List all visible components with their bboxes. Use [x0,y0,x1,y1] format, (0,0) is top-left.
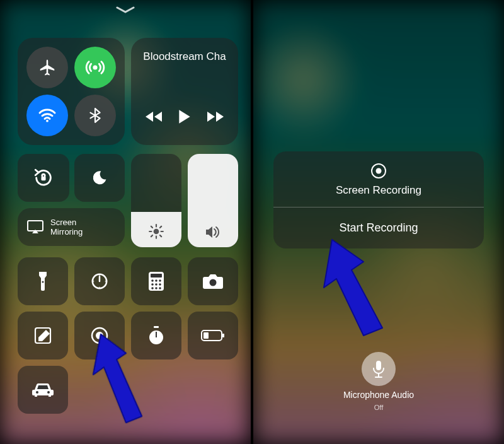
rotation-lock-toggle[interactable] [18,154,69,202]
wifi-icon [37,105,57,126]
svg-rect-21 [151,274,162,278]
low-power-toggle[interactable] [188,312,238,359]
cellular-icon [84,57,106,78]
svg-rect-35 [154,326,159,328]
svg-line-11 [151,235,152,237]
fast-forward-button[interactable] [206,110,224,123]
do-not-disturb-toggle[interactable] [74,154,125,202]
svg-point-25 [151,283,154,286]
svg-point-23 [155,279,158,282]
sun-icon [148,223,164,240]
timer-button[interactable] [74,257,125,305]
camera-icon [202,273,224,289]
calculator-button[interactable] [131,257,181,305]
svg-point-27 [159,283,161,286]
svg-rect-3 [28,221,43,231]
microphone-audio-toggle[interactable]: Microphone Audio Off [343,352,414,411]
svg-rect-2 [41,177,45,180]
driving-mode-button[interactable] [18,366,68,414]
airplane-mode-toggle[interactable] [26,47,68,88]
svg-point-4 [154,229,159,235]
speaker-icon [204,225,222,240]
record-icon [370,163,387,179]
rewind-icon [146,110,163,123]
calculator-icon [148,271,164,291]
screen-recording-sheet: Screen Recording Start Recording [273,151,484,248]
svg-point-34 [96,332,103,339]
connectivity-group[interactable] [18,38,125,145]
flashlight-button[interactable] [18,257,68,305]
svg-line-9 [151,226,152,228]
flashlight-icon [37,271,49,292]
moon-icon [91,169,108,187]
timer-icon [90,272,109,291]
record-icon [90,326,109,345]
svg-point-28 [151,287,154,289]
screen-record-button[interactable] [74,312,125,359]
microphone-state: Off [374,404,383,411]
dismiss-chevron-icon[interactable] [116,6,135,14]
airplay-icon [26,219,44,235]
fast-forward-icon [206,110,224,123]
svg-point-29 [155,287,158,289]
rotation-lock-icon [33,167,54,189]
svg-point-0 [94,66,96,69]
bluetooth-toggle[interactable] [74,95,116,136]
stopwatch-icon [147,325,165,346]
brightness-slider[interactable] [131,154,181,247]
stopwatch-button[interactable] [131,312,181,359]
svg-rect-45 [376,361,381,370]
svg-point-22 [151,279,154,282]
car-icon [32,382,54,397]
quick-note-button[interactable] [18,312,68,359]
bluetooth-icon [87,107,103,124]
svg-point-42 [47,391,50,394]
svg-point-1 [46,120,49,122]
rewind-button[interactable] [146,110,163,123]
airplane-icon [38,58,57,77]
low-power-icon [201,329,225,342]
svg-point-30 [159,287,161,289]
svg-line-12 [160,226,161,228]
note-icon [33,326,52,345]
svg-rect-40 [203,332,209,339]
play-button[interactable] [177,108,192,125]
wifi-toggle[interactable] [26,95,68,136]
svg-point-26 [155,283,158,286]
screen-mirroring-button[interactable]: Screen Mirroring [18,208,125,246]
svg-line-10 [160,235,161,237]
now-playing-module[interactable]: Bloodstream Cha [131,38,238,145]
microphone-label: Microphone Audio [343,390,414,400]
svg-point-24 [159,279,161,282]
screen-recording-detail-screen: Screen Recording Start Recording Microph… [253,0,504,444]
now-playing-title: Bloodstream Cha [131,50,238,63]
control-center-screen: Bloodstream Cha Screen Mirrori [0,0,251,444]
svg-point-41 [36,391,38,394]
microphone-icon [372,359,386,378]
svg-point-31 [210,279,217,286]
cellular-data-toggle[interactable] [74,47,116,88]
svg-rect-37 [156,332,157,337]
svg-rect-39 [222,334,224,337]
screen-recording-title: Screen Recording [336,184,421,197]
screen-mirroring-label: Screen Mirroring [50,218,83,237]
svg-point-13 [42,281,44,283]
camera-button[interactable] [188,257,238,305]
start-recording-button[interactable]: Start Recording [273,207,484,248]
play-icon [177,108,192,125]
svg-point-44 [376,168,382,174]
volume-slider[interactable] [188,154,238,247]
